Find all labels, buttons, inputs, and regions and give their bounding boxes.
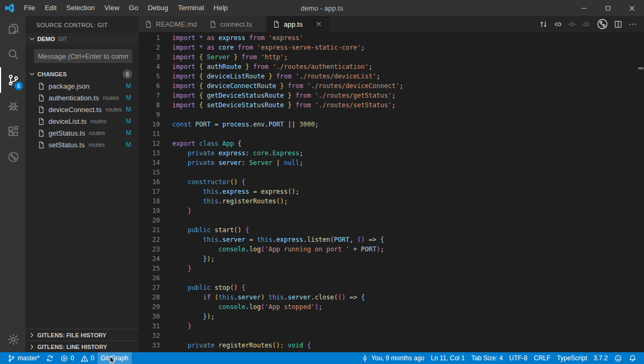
status-ts-version[interactable]: 3.7.2 [590,352,611,364]
repo-type: GIT [58,36,67,42]
line-content: }); [160,254,215,264]
code-line: 31 } [139,321,644,331]
previous-change-button[interactable] [552,18,564,30]
tab-bar: README.mdconnect.tsapp.ts [139,16,644,32]
menu-view[interactable]: View [100,0,124,16]
change-row-deviceConnect.ts[interactable]: deviceConnect.tsroutesM [26,104,139,115]
tab-app.ts[interactable]: app.ts [267,16,329,32]
line-number: 22 [139,235,160,244]
change-row-deviceList.ts[interactable]: deviceList.tsroutesM [26,115,139,127]
line-number: 4 [139,62,160,72]
status-eol[interactable]: CRLF [530,352,553,364]
status-language-mode[interactable]: TypeScript [554,352,591,364]
status-errors[interactable]: 0 [57,352,77,364]
status-notifications[interactable] [625,352,640,364]
line-number: 33 [139,341,160,350]
tab-label: connect.ts [220,20,252,28]
line-number: 26 [139,273,160,283]
line-content [160,216,172,225]
compare-working-button[interactable] [566,18,578,30]
menu-terminal[interactable]: Terminal [173,0,208,16]
line-content: this.server = this.express.listen(PORT, … [160,235,384,244]
status-git-graph-button[interactable]: Git Graph [98,352,132,364]
code-editor[interactable]: 1import * as express from 'express'2impo… [139,32,644,352]
status-cursor-position-label: Ln 11, Col 1 [431,354,465,362]
change-row-authentication.ts[interactable]: authentication.tsroutesM [26,92,139,104]
line-number: 12 [139,139,160,148]
scrollbar-cursor-marker [638,67,643,69]
line-number: 19 [139,206,160,216]
tab-close-button[interactable] [314,19,324,29]
changes-count-badge: 6 [123,69,132,79]
change-row-setStatus.ts[interactable]: setStatus.tsroutesM [26,139,139,151]
split-editor-button[interactable] [612,18,624,30]
activity-extensions[interactable] [0,118,26,144]
status-gitlens-blame-label: You, 9 months ago [371,354,424,362]
menu-edit[interactable]: Edit [40,0,61,16]
code-line: 26 [139,273,644,283]
vscode-logo-icon [4,3,15,13]
menu-go[interactable]: Go [124,0,143,16]
activity-debug[interactable] [0,93,26,118]
maximize-button[interactable] [596,0,620,16]
activity-search[interactable] [0,42,26,67]
gitlens-panels: GITLENS: FILE HISTORYGITLENS: LINE HISTO… [26,329,139,352]
line-number: 20 [139,216,160,225]
panel-label: GITLENS: LINE HISTORY [37,344,107,350]
status-encoding[interactable]: UTF-8 [506,352,530,364]
status-branch-indicator[interactable]: master* [4,352,43,364]
git-graph-view-button[interactable] [595,17,610,31]
menu-debug[interactable]: Debug [143,0,173,16]
minimize-button[interactable] [572,0,596,16]
minimize-icon [580,4,588,12]
gitlens-line-history-header[interactable]: GITLENS: LINE HISTORY [26,341,139,352]
file-icon [209,20,217,28]
editor-scrollbar[interactable] [638,32,644,352]
changes-section-header[interactable]: CHANGES 6 [26,68,139,80]
next-change-button[interactable] [581,18,593,30]
open-changes-button[interactable] [537,18,550,30]
change-row-package.json[interactable]: package.jsonM [26,80,139,92]
code-line: 14 private server: Server | null; [139,158,644,168]
menu-selection[interactable]: Selection [61,0,99,16]
status-branch-indicator-label: master* [18,354,39,362]
status-cursor-position[interactable]: Ln 11, Col 1 [428,352,468,364]
line-number: 7 [139,91,160,100]
line-number: 25 [139,264,160,273]
activity-source-control[interactable]: 6 [0,67,26,93]
code-line: 33 private registerRoutes(): void { [139,341,644,350]
status-warnings-label: 0 [91,354,94,362]
repo-section-header[interactable]: DEMO GIT [26,33,139,45]
status-indentation[interactable]: Tab Size: 4 [468,352,506,364]
activity-git-graph[interactable] [0,144,26,170]
status-gitlens-blame[interactable]: You, 9 months ago [358,352,428,364]
status-warnings[interactable]: 0 [77,352,98,364]
gitlens-file-history-header[interactable]: GITLENS: FILE HISTORY [26,329,139,341]
line-content: }); [160,312,215,321]
menu-file[interactable]: File [19,0,40,16]
line-number: 9 [139,110,160,120]
activity-explorer[interactable] [0,16,26,42]
tab-connect.ts[interactable]: connect.ts [203,16,266,32]
change-row-getStatus.ts[interactable]: getStatus.tsroutesM [26,127,139,139]
activity-spacer [0,170,26,327]
code-line: 6import { deviceConnectRoute } from './r… [139,81,644,91]
commit-message-input[interactable] [34,49,132,63]
activity-manage[interactable] [0,327,26,352]
close-window-button[interactable] [620,0,644,16]
status-feedback[interactable] [611,352,625,364]
status-sync-status[interactable] [43,352,57,364]
code-line: 23 console.log('App running on port ' + … [139,244,644,254]
status-bar: master*00Git Graph You, 9 months agoLn 1… [0,352,644,364]
more-actions-button[interactable] [626,18,639,30]
menu-help[interactable]: Help [209,0,233,16]
code-line: 5import { deviceListRoute } from './rout… [139,72,644,81]
line-number: 32 [139,331,160,341]
line-content: import { deviceListRoute } from './route… [160,72,380,81]
tab-README.md[interactable]: README.md [139,16,203,32]
line-content: const PORT = process.env.PORT || 3000; [160,120,319,129]
file-folder: routes [103,94,119,101]
git-graph-circle-icon [7,151,19,163]
line-number: 17 [139,187,160,196]
code-line: 10const PORT = process.env.PORT || 3000; [139,120,644,129]
